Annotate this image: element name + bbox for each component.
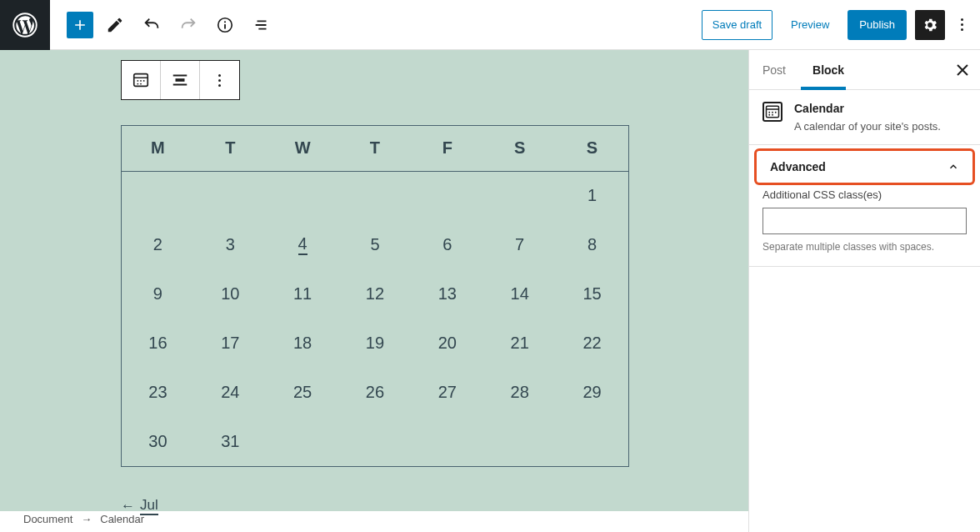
svg-point-6 <box>140 80 142 82</box>
calendar-cell[interactable]: 28 <box>483 368 556 417</box>
calendar-row: 16171819202122 <box>122 319 628 368</box>
calendar-row: 1 <box>122 171 628 220</box>
css-class-help: Separate multiple classes with spaces. <box>762 241 967 253</box>
settings-sidebar: Post Block Calendar A calendar of your s… <box>748 50 980 532</box>
calendar-cell <box>122 171 194 220</box>
calendar-cell[interactable]: 27 <box>411 368 483 417</box>
editor-topbar: Save draft Preview Publish <box>0 0 980 50</box>
calendar-row: 23242526272829 <box>122 368 628 417</box>
chevron-up-icon <box>948 161 959 173</box>
panel-advanced-toggle[interactable]: Advanced <box>754 148 975 185</box>
calendar-cell <box>483 171 556 220</box>
block-type-button[interactable] <box>122 61 161 99</box>
calendar-cell[interactable]: 12 <box>339 269 412 319</box>
panel-advanced-label: Advanced <box>770 160 826 173</box>
edit-mode-button[interactable] <box>100 10 130 40</box>
calendar-cell <box>267 417 339 466</box>
weekday-header: F <box>411 126 483 171</box>
svg-point-9 <box>140 83 142 85</box>
calendar-cell[interactable]: 17 <box>194 319 267 368</box>
breadcrumb-root[interactable]: Document <box>23 513 72 525</box>
redo-icon <box>179 16 198 34</box>
calendar-row: 3031 <box>122 417 628 466</box>
calendar-cell <box>411 171 483 220</box>
gear-icon <box>922 17 938 33</box>
calendar-row: 2345678 <box>122 220 628 269</box>
arrow-left-icon: ← <box>121 498 135 514</box>
svg-point-12 <box>768 112 770 113</box>
calendar-cell[interactable]: 16 <box>122 319 194 368</box>
panel-advanced: Advanced Additional CSS class(es) Separa… <box>749 148 980 267</box>
calendar-cell[interactable]: 31 <box>194 417 267 466</box>
block-toolbar <box>121 60 240 100</box>
outline-button[interactable] <box>247 10 277 40</box>
settings-button[interactable] <box>915 10 945 40</box>
calendar-cell[interactable]: 24 <box>194 368 267 417</box>
calendar-row: 9101112131415 <box>122 269 628 319</box>
block-more-button[interactable] <box>200 61 239 99</box>
align-button[interactable] <box>161 61 200 99</box>
calendar-cell <box>483 417 556 466</box>
calendar-cell[interactable]: 23 <box>122 368 194 417</box>
calendar-icon <box>762 102 782 122</box>
add-block-button[interactable] <box>67 12 93 38</box>
calendar-cell[interactable]: 29 <box>556 368 628 417</box>
editor-canvas: MTWTFSS 12345678910111213141516171819202… <box>0 50 748 511</box>
breadcrumb-sep: → <box>81 513 92 525</box>
calendar-cell[interactable]: 9 <box>122 269 194 319</box>
calendar-cell[interactable]: 20 <box>411 319 483 368</box>
panel-advanced-body: Additional CSS class(es) Separate multip… <box>749 188 980 266</box>
calendar-table: MTWTFSS 12345678910111213141516171819202… <box>122 126 628 466</box>
calendar-cell <box>194 171 267 220</box>
wordpress-logo[interactable] <box>0 0 50 50</box>
publish-button[interactable]: Publish <box>848 10 907 40</box>
svg-rect-3 <box>224 24 226 29</box>
calendar-cell[interactable]: 3 <box>194 220 267 269</box>
redo-button[interactable] <box>173 10 203 40</box>
calendar-cell[interactable]: 5 <box>339 220 412 269</box>
calendar-cell[interactable]: 26 <box>339 368 412 417</box>
calendar-cell[interactable]: 10 <box>194 269 267 319</box>
weekday-header: S <box>483 126 556 171</box>
calendar-cell[interactable]: 11 <box>267 269 339 319</box>
calendar-cell[interactable]: 2 <box>122 220 194 269</box>
calendar-cell[interactable]: 6 <box>411 220 483 269</box>
more-options-button[interactable] <box>953 18 970 31</box>
list-icon <box>252 16 271 34</box>
weekday-header: M <box>122 126 194 171</box>
calendar-cell[interactable]: 7 <box>483 220 556 269</box>
calendar-cell[interactable]: 30 <box>122 417 194 466</box>
more-vertical-icon <box>218 74 221 87</box>
breadcrumb-current[interactable]: Calendar <box>100 513 144 525</box>
info-button[interactable] <box>210 10 240 40</box>
tab-block[interactable]: Block <box>799 50 858 90</box>
calendar-cell[interactable]: 8 <box>556 220 628 269</box>
undo-button[interactable] <box>137 10 167 40</box>
save-draft-button[interactable]: Save draft <box>702 10 772 40</box>
svg-rect-10 <box>176 78 185 82</box>
calendar-cell[interactable]: 15 <box>556 269 628 319</box>
calendar-cell[interactable]: 19 <box>339 319 412 368</box>
toolbar-left <box>50 10 277 40</box>
calendar-cell[interactable]: 4 <box>267 220 339 269</box>
breadcrumb: Document → Calendar <box>23 513 144 525</box>
calendar-block[interactable]: MTWTFSS 12345678910111213141516171819202… <box>121 125 629 467</box>
svg-point-8 <box>137 83 138 85</box>
calendar-cell[interactable]: 22 <box>556 319 628 368</box>
svg-point-7 <box>143 80 145 82</box>
tab-post[interactable]: Post <box>749 50 799 90</box>
calendar-cell <box>339 417 412 466</box>
calendar-cell[interactable]: 1 <box>556 171 628 220</box>
calendar-cell[interactable]: 25 <box>267 368 339 417</box>
css-class-input[interactable] <box>762 208 967 234</box>
calendar-cell[interactable]: 13 <box>411 269 483 319</box>
calendar-cell <box>411 417 483 466</box>
svg-point-2 <box>224 21 226 23</box>
calendar-cell[interactable]: 21 <box>483 319 556 368</box>
weekday-header: S <box>556 126 628 171</box>
close-icon <box>957 64 968 76</box>
calendar-cell[interactable]: 14 <box>483 269 556 319</box>
calendar-cell[interactable]: 18 <box>267 319 339 368</box>
preview-button[interactable]: Preview <box>781 10 839 40</box>
close-sidebar-button[interactable] <box>957 64 968 76</box>
